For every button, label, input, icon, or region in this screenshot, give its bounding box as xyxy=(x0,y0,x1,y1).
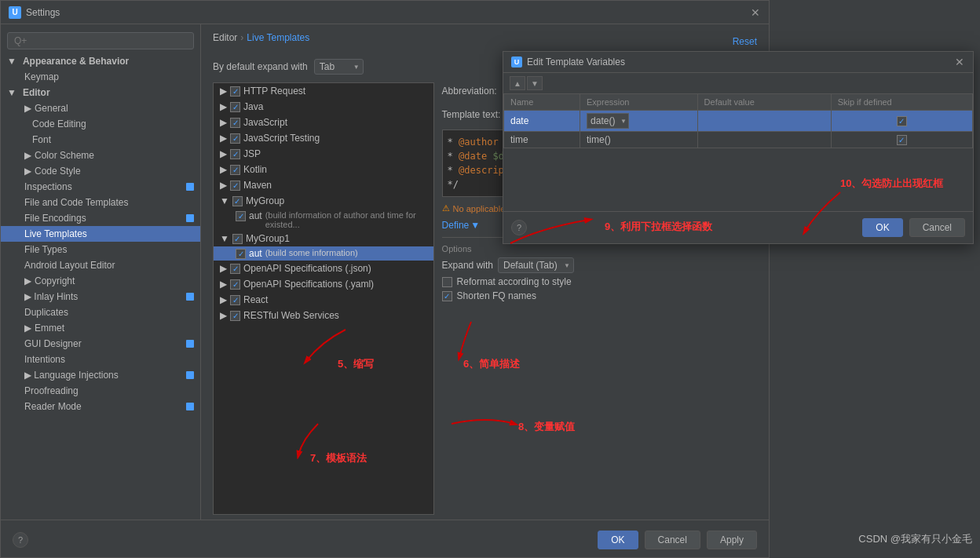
breadcrumb: Editor › Live Templates xyxy=(213,32,309,43)
group-checkbox[interactable] xyxy=(232,196,243,206)
shorten-checkbox[interactable] xyxy=(442,291,452,301)
sidebar-item-copyright[interactable]: ▶ Copyright xyxy=(1,273,200,289)
dialog-ok-button[interactable]: OK xyxy=(862,218,902,237)
group-checkbox[interactable] xyxy=(230,295,240,305)
group-mygroup[interactable]: ▼ MyGroup xyxy=(214,193,433,209)
close-button[interactable]: ✕ xyxy=(750,7,761,18)
group-http-request[interactable]: ▶ HTTP Request xyxy=(214,83,433,99)
ok-button[interactable]: OK xyxy=(598,531,638,549)
expand-dropdown-wrapper: Tab Enter Space xyxy=(314,59,364,75)
nav-down-button[interactable]: ▼ xyxy=(527,76,543,90)
table-row[interactable]: time time() xyxy=(504,132,973,148)
cell-skip[interactable] xyxy=(831,132,972,148)
group-checkbox[interactable] xyxy=(230,149,240,159)
group-checkbox[interactable] xyxy=(230,133,240,144)
sidebar-item-appearance[interactable]: ▼ Appearance & Behavior xyxy=(1,53,200,69)
group-checkbox[interactable] xyxy=(230,264,240,274)
sidebar-item-language-injections[interactable]: ▶ Language Injections xyxy=(1,367,200,383)
dialog-title-left: U Edit Template Variables xyxy=(511,57,625,67)
search-input[interactable] xyxy=(7,32,194,49)
sidebar-item-proofreading[interactable]: Proofreading xyxy=(1,383,200,399)
expand-arrow: ▼ xyxy=(220,233,229,244)
nav-up-button[interactable]: ▲ xyxy=(510,76,525,90)
group-java[interactable]: ▶ Java xyxy=(214,99,433,115)
sidebar-item-emmet[interactable]: ▶ Emmet xyxy=(1,320,200,336)
group-javascript[interactable]: ▶ JavaScript xyxy=(214,115,433,130)
group-checkbox[interactable] xyxy=(230,279,240,290)
col-default: Default value xyxy=(697,94,831,111)
sidebar-item-general[interactable]: ▶ General xyxy=(1,100,200,116)
expr-dropdown[interactable]: date() time() user() xyxy=(587,113,629,129)
sidebar-item-code-editing[interactable]: Code Editing xyxy=(1,116,200,132)
group-kotlin[interactable]: ▶ Kotlin xyxy=(214,162,433,177)
sidebar-item-file-code-templates[interactable]: File and Code Templates xyxy=(1,195,200,210)
cell-expression: time() xyxy=(580,132,698,148)
reset-button[interactable]: Reset xyxy=(733,36,757,47)
variables-table: Name Expression Default value Skip if de… xyxy=(503,93,973,148)
sidebar-item-duplicates[interactable]: Duplicates xyxy=(1,305,200,320)
skip-checkbox[interactable] xyxy=(897,116,907,126)
sidebar-item-android-layout[interactable]: Android Layout Editor xyxy=(1,257,200,273)
sidebar-item-color-scheme[interactable]: ▶ Color Scheme xyxy=(1,148,200,163)
expand-default-label: By default expand with xyxy=(213,61,308,72)
dialog-title-bar: U Edit Template Variables ✕ xyxy=(503,52,973,73)
expand-with-dropdown[interactable]: Default (Tab) Tab Enter Space xyxy=(498,257,574,273)
bottom-panel: ? OK Cancel Apply xyxy=(1,520,769,558)
sidebar-item-keymap[interactable]: Keymap xyxy=(1,69,200,85)
sidebar-item-inlay-hints[interactable]: ▶ Inlay Hints xyxy=(1,289,200,305)
group-checkbox[interactable] xyxy=(232,234,243,244)
dialog-help-button[interactable]: ? xyxy=(511,220,527,235)
edit-variables-dialog: U Edit Template Variables ✕ ▲ ▼ Name Exp… xyxy=(503,51,974,244)
help-icon[interactable]: ? xyxy=(13,532,28,548)
group-checkbox[interactable] xyxy=(230,165,240,175)
sidebar-item-inspections[interactable]: Inspections xyxy=(1,179,200,195)
group-checkbox[interactable] xyxy=(230,118,240,128)
dialog-cancel-button[interactable]: Cancel xyxy=(909,218,965,237)
expand-arrow: ▶ xyxy=(220,86,227,97)
sidebar-item-gui-designer[interactable]: GUI Designer xyxy=(1,336,200,352)
template-item-aut2[interactable]: aut (build some information) xyxy=(214,246,433,261)
expand-icon: ▶ xyxy=(24,291,31,302)
group-checkbox[interactable] xyxy=(230,311,240,321)
group-restful[interactable]: ▶ RESTful Web Services xyxy=(214,308,433,323)
sidebar-item-font[interactable]: Font xyxy=(1,132,200,148)
group-openapi-json[interactable]: ▶ OpenAPI Specifications (.json) xyxy=(214,261,433,276)
group-checkbox[interactable] xyxy=(230,86,240,97)
cell-skip[interactable] xyxy=(831,111,972,132)
reformat-label: Reformat according to style xyxy=(457,276,572,287)
sidebar-item-code-style[interactable]: ▶ Code Style xyxy=(1,163,200,179)
group-mygroup1[interactable]: ▼ MyGroup1 xyxy=(214,231,433,246)
group-checkbox[interactable] xyxy=(230,181,240,191)
reformat-checkbox[interactable] xyxy=(442,277,452,287)
sidebar-item-editor[interactable]: ▼ Editor xyxy=(1,85,200,100)
expand-arrow: ▶ xyxy=(220,117,227,128)
breadcrumb-current: Live Templates xyxy=(247,32,309,43)
table-row[interactable]: date date() time() user() xyxy=(504,111,973,132)
group-maven[interactable]: ▶ Maven xyxy=(214,177,433,193)
group-react[interactable]: ▶ React xyxy=(214,292,433,308)
dialog-footer: ? OK Cancel xyxy=(503,211,973,243)
dialog-close-button[interactable]: ✕ xyxy=(954,57,965,67)
sidebar-item-file-types[interactable]: File Types xyxy=(1,242,200,257)
expand-dropdown[interactable]: Tab Enter Space xyxy=(314,59,364,75)
cell-default xyxy=(697,132,831,148)
cancel-button[interactable]: Cancel xyxy=(645,531,700,549)
expand-icon: ▶ xyxy=(24,370,31,381)
group-jsp[interactable]: ▶ JSP xyxy=(214,146,433,162)
group-openapi-yaml[interactable]: ▶ OpenAPI Specifications (.yaml) xyxy=(214,276,433,292)
skip-checkbox[interactable] xyxy=(897,135,907,145)
item-checkbox[interactable] xyxy=(236,249,246,259)
template-item-aut1[interactable]: aut (build information of author and tim… xyxy=(214,209,433,231)
sidebar-item-intentions[interactable]: Intentions xyxy=(1,352,200,367)
sidebar-item-file-encodings[interactable]: File Encodings xyxy=(1,210,200,226)
reformat-row[interactable]: Reformat according to style xyxy=(442,276,757,287)
sidebar-item-live-templates[interactable]: Live Templates xyxy=(1,226,200,242)
shorten-row[interactable]: Shorten FQ names xyxy=(442,290,757,301)
expr-cell: time() xyxy=(587,134,691,145)
apply-button[interactable]: Apply xyxy=(707,531,757,549)
item-checkbox[interactable] xyxy=(236,211,246,221)
sidebar-item-reader-mode[interactable]: Reader Mode xyxy=(1,399,200,414)
expand-icon: ▶ xyxy=(24,323,31,334)
group-checkbox[interactable] xyxy=(230,102,240,112)
group-js-testing[interactable]: ▶ JavaScript Testing xyxy=(214,130,433,146)
